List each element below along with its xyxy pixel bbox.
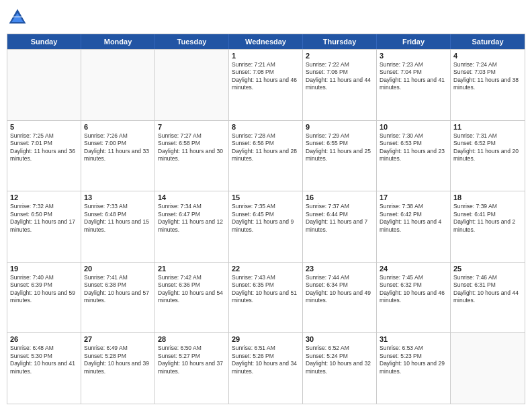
- day-cell-19: 19Sunrise: 7:40 AM Sunset: 6:39 PM Dayli…: [7, 263, 81, 333]
- day-info: Sunrise: 7:39 AM Sunset: 6:41 PM Dayligh…: [453, 203, 522, 234]
- day-info: Sunrise: 7:35 AM Sunset: 6:45 PM Dayligh…: [232, 203, 300, 234]
- day-cell-8: 8Sunrise: 7:28 AM Sunset: 6:56 PM Daylig…: [229, 121, 303, 191]
- day-number: 9: [306, 123, 373, 131]
- day-cell-22: 22Sunrise: 7:43 AM Sunset: 6:35 PM Dayli…: [229, 263, 303, 333]
- day-number: 23: [306, 265, 373, 273]
- day-number: 10: [380, 123, 447, 131]
- calendar-row-1: 5Sunrise: 7:25 AM Sunset: 7:01 PM Daylig…: [7, 120, 525, 191]
- day-number: 14: [158, 193, 226, 201]
- day-cell-16: 16Sunrise: 7:37 AM Sunset: 6:44 PM Dayli…: [303, 191, 377, 262]
- header-day-sunday: Sunday: [7, 34, 81, 49]
- day-number: 1: [232, 52, 300, 60]
- day-cell-3: 3Sunrise: 7:23 AM Sunset: 7:04 PM Daylig…: [377, 50, 451, 120]
- day-info: Sunrise: 6:51 AM Sunset: 5:26 PM Dayligh…: [232, 345, 300, 375]
- day-number: 16: [306, 193, 373, 201]
- day-number: 27: [84, 335, 152, 343]
- day-cell-5: 5Sunrise: 7:25 AM Sunset: 7:01 PM Daylig…: [7, 121, 81, 191]
- day-info: Sunrise: 6:49 AM Sunset: 5:28 PM Dayligh…: [84, 345, 152, 375]
- day-cell-12: 12Sunrise: 7:32 AM Sunset: 6:50 PM Dayli…: [7, 191, 81, 262]
- day-info: Sunrise: 7:27 AM Sunset: 6:58 PM Dayligh…: [158, 132, 226, 163]
- calendar-row-0: 1Sunrise: 7:21 AM Sunset: 7:08 PM Daylig…: [7, 49, 525, 120]
- header-day-saturday: Saturday: [451, 34, 525, 49]
- day-number: 2: [306, 52, 373, 60]
- logo-icon: [7, 7, 28, 28]
- day-number: 25: [453, 265, 522, 273]
- day-number: 21: [158, 265, 226, 273]
- day-info: Sunrise: 7:45 AM Sunset: 6:32 PM Dayligh…: [380, 274, 447, 305]
- day-cell-23: 23Sunrise: 7:44 AM Sunset: 6:34 PM Dayli…: [303, 263, 377, 333]
- day-info: Sunrise: 7:34 AM Sunset: 6:47 PM Dayligh…: [158, 203, 226, 234]
- day-cell-20: 20Sunrise: 7:41 AM Sunset: 6:38 PM Dayli…: [81, 263, 155, 333]
- header-day-friday: Friday: [377, 34, 451, 49]
- header-day-wednesday: Wednesday: [229, 34, 303, 49]
- day-info: Sunrise: 6:53 AM Sunset: 5:23 PM Dayligh…: [380, 345, 447, 375]
- day-info: Sunrise: 6:48 AM Sunset: 5:30 PM Dayligh…: [10, 345, 78, 375]
- day-info: Sunrise: 7:41 AM Sunset: 6:38 PM Dayligh…: [84, 274, 152, 305]
- day-number: 31: [380, 335, 447, 343]
- day-number: 8: [232, 123, 300, 131]
- day-cell-15: 15Sunrise: 7:35 AM Sunset: 6:45 PM Dayli…: [229, 191, 303, 262]
- day-number: 4: [453, 52, 522, 60]
- empty-cell-4-6: [451, 333, 525, 404]
- day-cell-30: 30Sunrise: 6:52 AM Sunset: 5:24 PM Dayli…: [303, 333, 377, 404]
- day-number: 28: [158, 335, 226, 343]
- day-info: Sunrise: 7:42 AM Sunset: 6:36 PM Dayligh…: [158, 274, 226, 305]
- day-number: 5: [10, 123, 78, 131]
- header-day-tuesday: Tuesday: [155, 34, 229, 49]
- day-cell-11: 11Sunrise: 7:31 AM Sunset: 6:52 PM Dayli…: [451, 121, 525, 191]
- day-cell-18: 18Sunrise: 7:39 AM Sunset: 6:41 PM Dayli…: [451, 191, 525, 262]
- day-number: 29: [232, 335, 300, 343]
- day-number: 13: [84, 193, 152, 201]
- day-info: Sunrise: 6:50 AM Sunset: 5:27 PM Dayligh…: [158, 345, 226, 375]
- empty-cell-0-0: [7, 50, 81, 120]
- day-cell-14: 14Sunrise: 7:34 AM Sunset: 6:47 PM Dayli…: [155, 191, 229, 262]
- day-info: Sunrise: 6:52 AM Sunset: 5:24 PM Dayligh…: [306, 345, 373, 375]
- day-cell-26: 26Sunrise: 6:48 AM Sunset: 5:30 PM Dayli…: [7, 333, 81, 404]
- day-number: 3: [380, 52, 447, 60]
- day-cell-4: 4Sunrise: 7:24 AM Sunset: 7:03 PM Daylig…: [451, 50, 525, 120]
- day-cell-9: 9Sunrise: 7:29 AM Sunset: 6:55 PM Daylig…: [303, 121, 377, 191]
- calendar-row-3: 19Sunrise: 7:40 AM Sunset: 6:39 PM Dayli…: [7, 262, 525, 333]
- day-cell-25: 25Sunrise: 7:46 AM Sunset: 6:31 PM Dayli…: [451, 263, 525, 333]
- day-info: Sunrise: 7:40 AM Sunset: 6:39 PM Dayligh…: [10, 274, 78, 305]
- day-cell-28: 28Sunrise: 6:50 AM Sunset: 5:27 PM Dayli…: [155, 333, 229, 404]
- header-day-monday: Monday: [81, 34, 155, 49]
- day-number: 24: [380, 265, 447, 273]
- day-number: 22: [232, 265, 300, 273]
- logo: [7, 7, 31, 28]
- day-number: 30: [306, 335, 373, 343]
- day-info: Sunrise: 7:46 AM Sunset: 6:31 PM Dayligh…: [453, 274, 522, 305]
- day-info: Sunrise: 7:26 AM Sunset: 7:00 PM Dayligh…: [84, 132, 152, 163]
- calendar-header: SundayMondayTuesdayWednesdayThursdayFrid…: [7, 34, 525, 49]
- day-cell-24: 24Sunrise: 7:45 AM Sunset: 6:32 PM Dayli…: [377, 263, 451, 333]
- day-number: 11: [453, 123, 522, 131]
- page: SundayMondayTuesdayWednesdayThursdayFrid…: [0, 0, 532, 411]
- empty-cell-0-2: [155, 50, 229, 120]
- day-cell-2: 2Sunrise: 7:22 AM Sunset: 7:06 PM Daylig…: [303, 50, 377, 120]
- day-number: 17: [380, 193, 447, 201]
- day-info: Sunrise: 7:37 AM Sunset: 6:44 PM Dayligh…: [306, 203, 373, 234]
- day-number: 26: [10, 335, 78, 343]
- day-info: Sunrise: 7:23 AM Sunset: 7:04 PM Dayligh…: [380, 61, 447, 92]
- day-cell-6: 6Sunrise: 7:26 AM Sunset: 7:00 PM Daylig…: [81, 121, 155, 191]
- empty-cell-0-1: [81, 50, 155, 120]
- day-number: 15: [232, 193, 300, 201]
- day-info: Sunrise: 7:33 AM Sunset: 6:48 PM Dayligh…: [84, 203, 152, 234]
- day-number: 7: [158, 123, 226, 131]
- day-cell-7: 7Sunrise: 7:27 AM Sunset: 6:58 PM Daylig…: [155, 121, 229, 191]
- day-info: Sunrise: 7:21 AM Sunset: 7:08 PM Dayligh…: [232, 61, 300, 92]
- svg-rect-2: [13, 16, 22, 17]
- day-info: Sunrise: 7:22 AM Sunset: 7:06 PM Dayligh…: [306, 61, 373, 92]
- day-cell-17: 17Sunrise: 7:38 AM Sunset: 6:42 PM Dayli…: [377, 191, 451, 262]
- day-info: Sunrise: 7:30 AM Sunset: 6:53 PM Dayligh…: [380, 132, 447, 163]
- day-info: Sunrise: 7:29 AM Sunset: 6:55 PM Dayligh…: [306, 132, 373, 163]
- day-cell-21: 21Sunrise: 7:42 AM Sunset: 6:36 PM Dayli…: [155, 263, 229, 333]
- day-info: Sunrise: 7:32 AM Sunset: 6:50 PM Dayligh…: [10, 203, 78, 234]
- day-cell-29: 29Sunrise: 6:51 AM Sunset: 5:26 PM Dayli…: [229, 333, 303, 404]
- day-number: 19: [10, 265, 78, 273]
- day-info: Sunrise: 7:43 AM Sunset: 6:35 PM Dayligh…: [232, 274, 300, 305]
- calendar-row-4: 26Sunrise: 6:48 AM Sunset: 5:30 PM Dayli…: [7, 332, 525, 404]
- day-info: Sunrise: 7:31 AM Sunset: 6:52 PM Dayligh…: [453, 132, 522, 163]
- day-info: Sunrise: 7:25 AM Sunset: 7:01 PM Dayligh…: [10, 132, 78, 163]
- day-cell-31: 31Sunrise: 6:53 AM Sunset: 5:23 PM Dayli…: [377, 333, 451, 404]
